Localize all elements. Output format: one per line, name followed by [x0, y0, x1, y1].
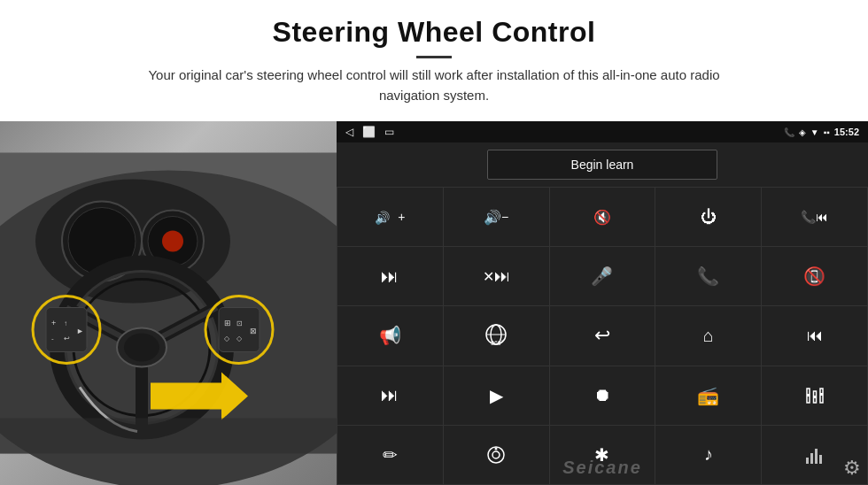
car-image-svg: + - ↑ ↩ ► ⊞ ◇ ⊡ ◇ ⊠: [0, 121, 337, 485]
speaker-button[interactable]: 📢: [337, 306, 443, 365]
svg-text:⊠: ⊠: [250, 327, 257, 335]
location-icon: ◈: [799, 127, 806, 137]
rewind-button[interactable]: ⏮: [762, 306, 867, 365]
begin-learn-row: Begin learn: [337, 142, 868, 187]
svg-text:⊡: ⊡: [236, 319, 243, 327]
page-wrapper: Steering Wheel Control Your original car…: [0, 0, 868, 485]
svg-text:🔊: 🔊: [375, 211, 391, 226]
battery-icon: ▪▪: [824, 127, 830, 137]
svg-rect-32: [0, 419, 337, 454]
car-image-area: + - ↑ ↩ ► ⊞ ◇ ⊡ ◇ ⊠: [0, 121, 337, 485]
knob-button[interactable]: [444, 426, 549, 484]
svg-rect-41: [807, 394, 810, 396]
svg-text:◇: ◇: [224, 335, 230, 343]
svg-text:-: -: [51, 335, 54, 343]
wifi-icon: ▼: [810, 127, 819, 137]
title-divider: [416, 56, 452, 58]
svg-rect-48: [810, 453, 813, 464]
back-nav-icon[interactable]: ◁: [345, 126, 353, 138]
fast-forward-button[interactable]: ⏭: [337, 366, 443, 425]
radio-button[interactable]: 📻: [655, 366, 761, 425]
home-nav-icon[interactable]: ⬜: [362, 126, 376, 138]
recents-nav-icon[interactable]: ▭: [384, 126, 394, 138]
vol-down-button[interactable]: 🔊−: [444, 188, 549, 246]
mute-button[interactable]: 🔇: [550, 188, 655, 246]
svg-rect-47: [806, 458, 809, 464]
back-button[interactable]: ↩: [550, 306, 655, 365]
status-right: 📞 ◈ ▼ ▪▪ 15:52: [784, 127, 859, 137]
svg-point-45: [492, 451, 500, 458]
begin-learn-button[interactable]: Begin learn: [487, 150, 717, 180]
svg-rect-42: [813, 396, 816, 398]
bluetooth-button[interactable]: ✱: [550, 426, 655, 484]
prev-track-phone-button[interactable]: 📞⏮: [762, 188, 867, 246]
hangup-button[interactable]: 📵: [762, 247, 867, 305]
svg-text:⊞: ⊞: [224, 319, 231, 327]
nav-icons: ◁ ⬜ ▭: [345, 126, 394, 138]
home-button[interactable]: ⌂: [655, 306, 761, 365]
svg-rect-43: [820, 393, 823, 396]
subtitle: Your original car's steering wheel contr…: [124, 65, 744, 105]
call-button[interactable]: 📞: [655, 247, 761, 305]
controls-grid: 🔊 + 🔊− 🔇 ⏻ 📞⏮ ⏭: [337, 187, 868, 485]
time-display: 15:52: [834, 127, 859, 137]
svg-text:►: ►: [76, 327, 84, 335]
next-button[interactable]: ⏭: [337, 247, 443, 305]
status-bar: ◁ ⬜ ▭ 📞 ◈ ▼ ▪▪ 15:52: [337, 121, 868, 142]
nav-button[interactable]: ▶: [444, 366, 549, 425]
360-button[interactable]: 360°: [444, 306, 549, 365]
svg-point-17: [124, 334, 159, 362]
svg-rect-50: [819, 455, 822, 464]
content-area: + - ↑ ↩ ► ⊞ ◇ ⊡ ◇ ⊠: [0, 121, 868, 485]
power-button[interactable]: ⏻: [655, 188, 761, 246]
svg-point-7: [162, 231, 183, 252]
music-button[interactable]: ♪: [655, 426, 761, 484]
mic-button[interactable]: 🎤: [550, 247, 655, 305]
phone-icon: 📞: [784, 127, 794, 137]
source-button[interactable]: ⏺: [550, 366, 655, 425]
header-section: Steering Wheel Control Your original car…: [0, 0, 868, 114]
vol-up-button[interactable]: 🔊 +: [337, 188, 443, 246]
svg-rect-49: [815, 449, 818, 464]
page-title: Steering Wheel Control: [53, 16, 815, 49]
svg-text:↑: ↑: [64, 319, 67, 327]
svg-point-46: [495, 447, 498, 450]
android-unit: ◁ ⬜ ▭ 📞 ◈ ▼ ▪▪ 15:52 Begin learn: [337, 121, 868, 485]
pen-button[interactable]: ✏: [337, 426, 443, 484]
svg-text:+: +: [51, 319, 56, 327]
svg-text:360°: 360°: [491, 340, 504, 346]
eq-button[interactable]: [762, 366, 867, 425]
svg-text:↩: ↩: [64, 335, 70, 343]
gear-icon[interactable]: ⚙: [843, 457, 861, 480]
stop-button[interactable]: ✕⏭: [444, 247, 549, 305]
svg-text:◇: ◇: [236, 335, 243, 343]
